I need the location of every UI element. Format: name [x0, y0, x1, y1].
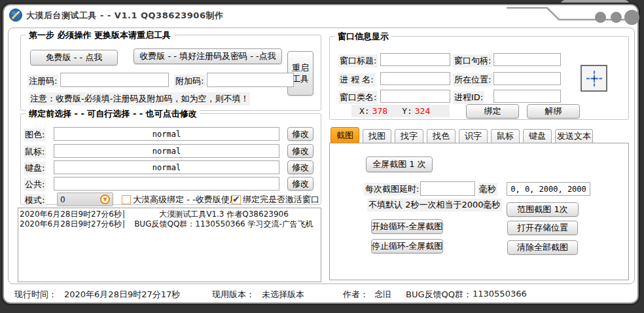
window-class-field-label: 窗口类名:: [338, 91, 378, 104]
status-bar: 现行时间： 2020年6月28日9时27分17秒 现用版本： 未选择版本 作者：…: [4, 285, 637, 303]
log-area: 2020年6月28日9时27分6秒 | 大漠测试工具V1.3 作者Q386239…: [18, 208, 321, 282]
author-label: 作者：: [343, 289, 368, 301]
capture-delay-label: 每次截图延时:: [364, 183, 420, 196]
crosshair-icon: [584, 69, 604, 88]
qq-group-label: BUG反馈QQ群：: [406, 289, 472, 301]
advanced-bind-checkbox-box[interactable]: [122, 195, 131, 204]
capture-region-input[interactable]: [507, 182, 590, 196]
group-window-info: 窗口信息显示 窗口标题: 窗口句柄: 进 程 名: 所在位置: 窗口类名: 进程…: [329, 36, 629, 120]
free-version-button[interactable]: 免费版 - - 点我: [30, 50, 118, 65]
location-field-label: 所在位置:: [453, 73, 492, 86]
x-label: X:: [359, 106, 370, 116]
tab-ocr[interactable]: 识字: [459, 129, 488, 143]
log-time: 2020年6月28日9时27分6秒: [20, 219, 119, 229]
display-mode-label: 图色:: [24, 128, 46, 141]
keyboard-mode-modify-button[interactable]: 修改: [287, 160, 313, 174]
window-handle-field-input[interactable]: [493, 53, 561, 66]
public-mode-modify-button[interactable]: 修改: [287, 177, 313, 191]
y-label: Y:: [402, 106, 412, 116]
public-mode-input[interactable]: [54, 177, 279, 191]
main-panel: 第一步 必须操作 更换版本请重启工具 免费版 - - 点我 收费版 - - 填好…: [8, 28, 635, 284]
process-name-field-input[interactable]: [380, 72, 450, 85]
tab-find-image[interactable]: 找图: [363, 129, 391, 143]
qq-group-value: 1130550366: [473, 289, 527, 299]
location-field-input[interactable]: [493, 72, 561, 85]
keyboard-mode-input[interactable]: [54, 160, 279, 174]
activate-window-checkbox-label: 绑定完是否激活窗口: [243, 194, 319, 206]
tab-screenshot[interactable]: 截图: [331, 127, 359, 143]
tab-find-color[interactable]: 找色: [427, 129, 456, 143]
app-logo-icon: [9, 9, 22, 22]
log-separator: |: [119, 219, 128, 229]
window-title-field-input[interactable]: [380, 53, 450, 66]
current-version-value: 未选择版本: [262, 289, 304, 301]
log-line: 2020年6月28日9时27分6秒 | 大漠测试工具V1.3 作者Q386239…: [20, 210, 319, 219]
screenshot-tab-panel: 全屏截图 1 次 每次截图延时: 毫秒 不填默认 2秒一次相当于2000毫秒 范…: [329, 143, 629, 280]
log-separator: |: [119, 210, 128, 219]
mode-dropdown[interactable]: 0 ▼: [57, 193, 113, 206]
window-finder-button[interactable]: [581, 65, 607, 92]
advanced-bind-checkbox[interactable]: 大漠高级绑定 - -收费版使用: [122, 194, 238, 206]
milliseconds-label: 毫秒: [478, 183, 497, 196]
stop-loop-capture-button[interactable]: 停止循环-全屏截图: [371, 239, 443, 253]
current-version-label: 现用版本：: [212, 289, 255, 301]
public-mode-label: 公共:: [24, 178, 46, 191]
display-mode-input[interactable]: [54, 127, 279, 141]
group-window-info-title: 窗口信息显示: [335, 31, 391, 43]
log-message: BUG反馈QQ群：1130550366 学习交流-广告飞机: [128, 219, 319, 229]
window-class-field-input[interactable]: [380, 90, 450, 103]
display-mode-modify-button[interactable]: 修改: [287, 127, 313, 141]
window-title-field-label: 窗口标题:: [338, 54, 378, 67]
clear-screenshots-button[interactable]: 清除全部截图: [507, 240, 578, 255]
mode-dropdown-value: 0: [60, 195, 100, 204]
app-window: 大漠后台测试工具 - - V1.1 QQ38623906制作 第一步 必须操作 …: [3, 4, 639, 304]
minimize-button[interactable]: [595, 12, 606, 23]
reg-code-input[interactable]: [60, 73, 169, 87]
mouse-mode-input[interactable]: [54, 144, 279, 158]
maximize-button[interactable]: [611, 12, 622, 23]
group-step1-title: 第一步 必须操作 更换版本请重启工具: [26, 29, 173, 41]
region-capture-button[interactable]: 范围截图 1次: [507, 202, 579, 217]
advanced-bind-checkbox-label: 大漠高级绑定 - -收费版使用: [133, 194, 238, 206]
process-id-field-input[interactable]: [493, 90, 561, 103]
step1-note: 注意：收费版-必须填-注册码及附加码，如为空，则不填！: [29, 92, 250, 105]
activate-window-checkbox[interactable]: 绑定完是否激活窗口: [232, 194, 319, 206]
activate-window-checkbox-box[interactable]: [232, 195, 241, 204]
extra-code-input[interactable]: [207, 73, 294, 87]
tab-mouse[interactable]: 鼠标: [491, 129, 520, 143]
tab-keyboard[interactable]: 键盘: [523, 129, 552, 143]
x-value: 378: [372, 106, 387, 116]
unbind-button[interactable]: 解绑: [527, 104, 580, 119]
window-title: 大漠后台测试工具 - - V1.1 QQ38623906制作: [26, 10, 223, 22]
bind-button[interactable]: 绑定: [466, 104, 519, 119]
reg-code-label: 注册码:: [27, 75, 58, 88]
window-handle-field-label: 窗口句柄:: [453, 54, 492, 67]
paid-version-button[interactable]: 收费版 - - 填好注册码及密码 - -点我: [134, 48, 282, 64]
author-value: 念旧: [374, 289, 391, 301]
capture-delay-input[interactable]: [420, 181, 475, 196]
y-value: 324: [415, 106, 430, 116]
tab-strip: 截图 找图 找字 找色 识字 鼠标 键盘 发送文本: [331, 127, 593, 143]
cursor-coordinates: X: 378 Y: 324: [351, 105, 450, 117]
process-name-field-label: 进 程 名:: [338, 73, 375, 86]
close-button[interactable]: [624, 10, 639, 25]
mode-label: 模式:: [24, 194, 46, 207]
mouse-mode-label: 鼠标:: [24, 145, 46, 158]
extra-code-label: 附加码:: [174, 75, 205, 88]
open-storage-button[interactable]: 打开存储位置: [507, 221, 578, 235]
tab-find-text[interactable]: 找字: [395, 129, 423, 143]
group-bind-select: 绑定前选择 - - 可自行选择 - - 也可点击修改 图色: 修改 鼠标: 修改…: [20, 113, 321, 205]
chevron-down-icon: ▼: [100, 194, 110, 204]
fullscreen-capture-button[interactable]: 全屏截图 1 次: [366, 156, 433, 172]
keyboard-mode-label: 键盘:: [24, 162, 46, 175]
process-id-field-label: 进程ID:: [453, 91, 484, 104]
log-message: 大漠测试工具V1.3 作者Q38623906: [128, 210, 319, 219]
tab-send-text[interactable]: 发送文本: [555, 129, 593, 143]
delay-hint: 不填默认 2秒一次相当于2000毫秒: [367, 198, 502, 212]
title-bar: 大漠后台测试工具 - - V1.1 QQ38623906制作: [4, 5, 637, 25]
group-bind-select-title: 绑定前选择 - - 可自行选择 - - 也可点击修改: [26, 108, 200, 120]
mouse-mode-modify-button[interactable]: 修改: [287, 144, 313, 158]
current-time-label: 现行时间：: [14, 289, 57, 301]
start-loop-capture-button[interactable]: 开始循环-全屏截图: [371, 219, 443, 234]
current-time-value: 2020年6月28日9时27分17秒: [64, 289, 180, 301]
